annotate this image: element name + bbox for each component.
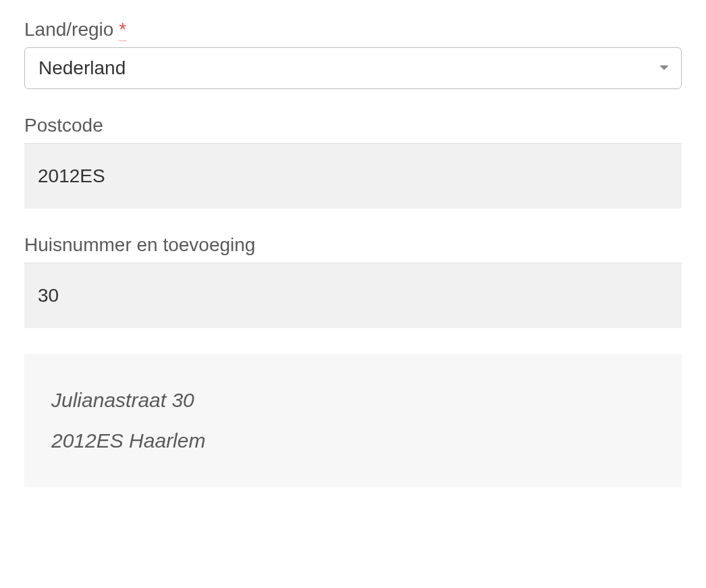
country-select-value: Nederland	[38, 57, 126, 79]
postcode-label: Postcode	[24, 115, 682, 136]
country-select[interactable]: Nederland	[24, 47, 682, 89]
resolved-line-1: Julianastraat 30	[51, 386, 655, 415]
country-select-wrapper: Nederland	[24, 47, 682, 89]
resolved-line-2: 2012ES Haarlem	[51, 427, 655, 455]
chevron-down-icon	[659, 64, 670, 72]
postcode-input[interactable]	[24, 143, 682, 209]
resolved-address-block: Julianastraat 30 2012ES Haarlem	[24, 354, 682, 487]
housenumber-input[interactable]	[24, 263, 682, 328]
country-label-text: Land/regio	[24, 19, 113, 40]
postcode-group: Postcode	[24, 115, 682, 209]
country-group: Land/regio * Nederland	[24, 19, 682, 89]
required-marker: *	[119, 19, 126, 41]
housenumber-group: Huisnummer en toevoeging	[24, 234, 682, 328]
country-label: Land/regio *	[24, 19, 682, 41]
housenumber-label: Huisnummer en toevoeging	[24, 234, 682, 256]
